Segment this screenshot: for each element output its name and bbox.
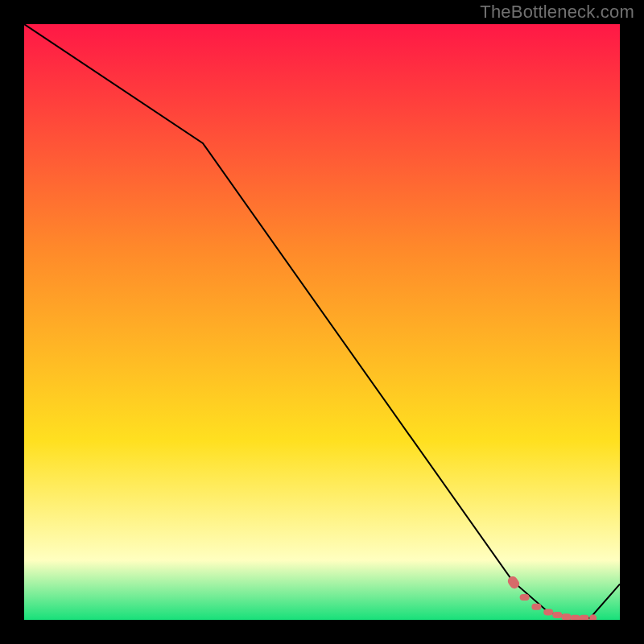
svg-rect-7 (580, 615, 589, 620)
watermark-label: TheBottleneck.com (480, 2, 634, 23)
chart-svg (24, 24, 620, 620)
svg-rect-5 (561, 613, 571, 620)
chart-background (24, 24, 620, 620)
svg-rect-2 (531, 604, 541, 610)
svg-rect-3 (543, 609, 553, 615)
chart-viewport: TheBottleneck.com (0, 0, 644, 644)
svg-rect-6 (571, 615, 580, 620)
chart-plot (24, 24, 620, 620)
svg-rect-1 (520, 594, 530, 601)
svg-rect-4 (552, 612, 562, 618)
